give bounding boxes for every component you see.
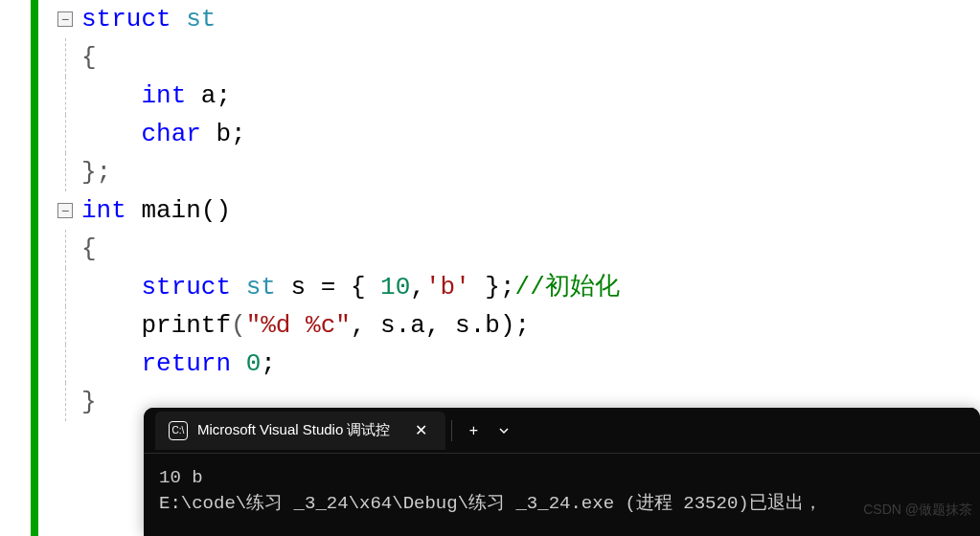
- tab-title: Microsoft Visual Studio 调试控: [197, 421, 390, 439]
- function-signature: main(): [126, 196, 231, 225]
- keyword: struct: [141, 273, 231, 302]
- console-icon: C:\: [169, 421, 188, 440]
- comment: //初始化: [515, 273, 620, 302]
- fold-guide: [65, 306, 66, 345]
- function-call: printf: [141, 311, 231, 340]
- fold-guide: [65, 268, 66, 306]
- change-indicator-bar: [31, 0, 38, 536]
- terminal-window: C:\ Microsoft Visual Studio 调试控 ✕ + 10 b…: [144, 408, 980, 536]
- number-literal: 10: [380, 273, 410, 302]
- fold-guide: [65, 383, 66, 421]
- number-literal: 0: [231, 349, 261, 378]
- code-editor[interactable]: − struct st { int a; char b; }; − int ma…: [53, 0, 620, 421]
- tab-divider: [451, 420, 452, 441]
- arguments: , s.a, s.b);: [351, 311, 530, 340]
- tab-dropdown-button[interactable]: [489, 415, 519, 446]
- type-name: st: [246, 273, 276, 302]
- keyword: char: [141, 120, 200, 148]
- brace: {: [81, 43, 97, 72]
- fold-guide: [65, 153, 66, 191]
- identifier: a;: [186, 81, 231, 110]
- terminal-titlebar[interactable]: C:\ Microsoft Visual Studio 调试控 ✕ +: [144, 408, 980, 454]
- terminal-output[interactable]: 10 b E:\code\练习 _3_24\x64\Debug\练习 _3_24…: [144, 454, 980, 528]
- terminal-tab[interactable]: C:\ Microsoft Visual Studio 调试控 ✕: [155, 412, 445, 450]
- fold-guide: [65, 115, 66, 153]
- init-end: };: [470, 273, 515, 302]
- fold-toggle-icon[interactable]: −: [57, 11, 73, 27]
- comma: ,: [410, 273, 425, 302]
- fold-guide: [65, 345, 66, 383]
- output-line: E:\code\练习 _3_24\x64\Debug\练习 _3_24.exe …: [159, 493, 822, 514]
- close-tab-button[interactable]: ✕: [409, 419, 432, 442]
- paren-open: (: [231, 311, 246, 340]
- semicolon: ;: [261, 349, 276, 378]
- keyword: struct: [81, 5, 171, 34]
- brace: }: [81, 388, 97, 416]
- fold-guide: [65, 230, 66, 268]
- keyword: return: [141, 349, 231, 378]
- watermark: CSDN @做题抹茶: [863, 502, 972, 519]
- chevron-down-icon: [498, 425, 510, 436]
- string-literal: "%d %c": [246, 311, 351, 340]
- char-literal: 'b': [425, 273, 470, 302]
- close-brace: };: [81, 158, 111, 187]
- keyword: int: [141, 81, 186, 110]
- new-tab-button[interactable]: +: [458, 415, 489, 446]
- identifier: b;: [201, 120, 246, 148]
- fold-toggle-icon[interactable]: −: [57, 203, 73, 218]
- fold-guide: [65, 38, 66, 77]
- fold-guide: [65, 77, 66, 115]
- output-line: 10 b: [159, 467, 203, 488]
- brace: {: [81, 234, 97, 263]
- variable-decl: s = {: [276, 273, 380, 302]
- keyword: int: [81, 196, 126, 225]
- type-name: st: [186, 5, 216, 34]
